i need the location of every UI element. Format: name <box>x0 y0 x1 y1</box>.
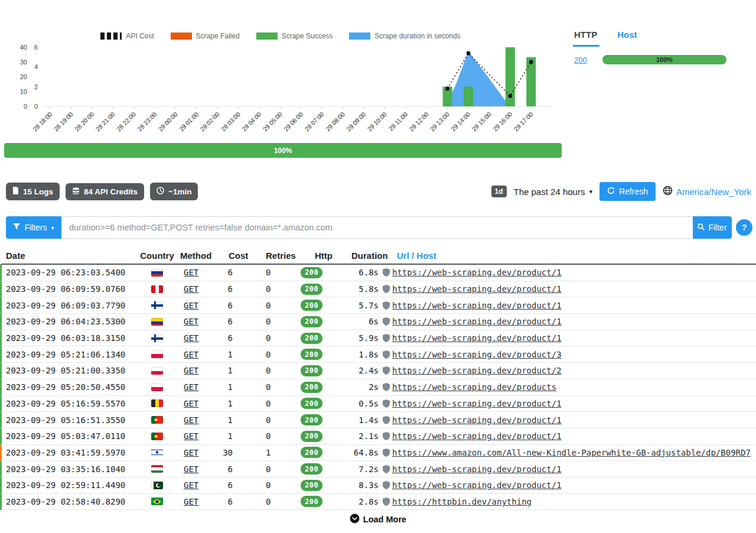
http-status-badge: 200 <box>301 300 322 311</box>
svg-text:29 12:00: 29 12:00 <box>408 110 429 132</box>
url-link[interactable]: https://web-scraping.dev/product/1 <box>392 333 562 343</box>
duration-value: 6s <box>336 317 383 326</box>
method-link[interactable]: GET <box>184 399 198 408</box>
svg-text:28 23:00: 28 23:00 <box>136 110 158 132</box>
svg-text:6: 6 <box>34 44 38 51</box>
url-link[interactable]: https://web-scraping.dev/products <box>392 382 556 392</box>
help-button[interactable]: ? <box>736 219 752 236</box>
url-link[interactable]: https://web-scraping.dev/product/1 <box>392 431 562 441</box>
url-link[interactable]: https://web-scraping.dev/product/3 <box>392 350 562 359</box>
cost-value: 1 <box>213 399 246 408</box>
filter-button-label: Filter <box>708 223 726 232</box>
url-link[interactable]: https://httpbin.dev/anything <box>392 497 532 506</box>
logs-count-badge: 15 Logs <box>6 183 60 200</box>
refresh-button[interactable]: Refresh <box>599 182 656 201</box>
svg-text:29 17:00: 29 17:00 <box>512 110 534 132</box>
success-rate-value: 100% <box>274 147 292 155</box>
country-flag <box>151 433 163 440</box>
method-link[interactable]: GET <box>184 431 198 441</box>
http-status-badge: 200 <box>301 463 322 474</box>
country-flag <box>151 498 163 505</box>
legend-item[interactable]: Scrape Failed <box>171 32 240 40</box>
refresh-label: Refresh <box>619 187 648 196</box>
url-link[interactable]: https://web-scraping.dev/product/1 <box>392 415 562 425</box>
log-date: 2023-09-29 05:20:50.4550 <box>2 382 139 392</box>
tab-http[interactable]: HTTP <box>573 30 599 47</box>
cost-value: 1 <box>213 382 246 392</box>
method-link[interactable]: GET <box>184 497 198 506</box>
time-range-dropdown[interactable]: The past 24 hours ▾ <box>514 187 592 197</box>
clock-icon <box>157 187 164 196</box>
cost-value: 6 <box>213 333 246 343</box>
log-date: 2023-09-29 06:23:03.5400 <box>2 268 139 277</box>
cost-value: 1 <box>213 431 246 441</box>
method-link[interactable]: GET <box>184 301 198 310</box>
cost-value: 6 <box>213 464 246 474</box>
url-link[interactable]: https://web-scraping.dev/product/1 <box>392 464 562 474</box>
duration-value: 2.8s <box>336 497 383 506</box>
duration-value: 1.8s <box>336 350 383 359</box>
filter-submit-button[interactable]: Filter <box>693 216 732 239</box>
method-link[interactable]: GET <box>184 415 198 425</box>
svg-text:28 21:00: 28 21:00 <box>94 110 116 132</box>
coins-icon <box>72 187 80 196</box>
method-link[interactable]: GET <box>184 284 198 294</box>
elapsed-time-label: ~1min <box>168 187 191 196</box>
table-row: 2023-09-29 06:04:23.5300 GET 6 0 200 6s … <box>0 314 756 330</box>
method-link[interactable]: GET <box>184 350 198 359</box>
url-link[interactable]: https://web-scraping.dev/product/1 <box>392 399 562 408</box>
http-status-badge: 200 <box>301 480 322 491</box>
http-status-badge: 200 <box>301 398 322 409</box>
filters-dropdown-button[interactable]: Filters ▾ <box>6 216 61 239</box>
range-badge: 1d <box>491 186 507 197</box>
url-link[interactable]: https://web-scraping.dev/product/1 <box>392 268 562 277</box>
duration-value: 1.4s <box>336 415 383 425</box>
http-status-badge: 200 <box>301 333 322 344</box>
svg-text:29 09:00: 29 09:00 <box>345 110 367 132</box>
log-date: 2023-09-29 05:16:51.3550 <box>2 415 139 425</box>
table-row: 2023-09-29 05:16:59.5570 GET 1 0 200 0.5… <box>0 396 756 412</box>
url-link[interactable]: https://web-scraping.dev/product/2 <box>392 366 562 375</box>
url-link[interactable]: https://web-scraping.dev/product/1 <box>392 284 562 294</box>
country-flag <box>151 465 163 473</box>
duration-value: 64.8s <box>336 448 383 457</box>
country-flag <box>151 482 163 489</box>
retries-value: 0 <box>246 415 301 425</box>
load-more-button[interactable]: Load More <box>0 514 756 525</box>
http-code-percent: 100% <box>656 56 673 63</box>
table-row: 2023-09-29 02:58:40.8290 GET 6 0 200 2.8… <box>0 494 756 511</box>
method-link[interactable]: GET <box>184 382 198 392</box>
cost-value: 1 <box>213 415 246 425</box>
country-flag <box>151 448 163 456</box>
url-link[interactable]: https://web-scraping.dev/product/1 <box>392 317 562 326</box>
method-link[interactable]: GET <box>184 333 198 343</box>
column-header-duration: Duration <box>336 251 383 261</box>
tab-host[interactable]: Host <box>616 30 638 47</box>
url-link[interactable]: https://www.amazon.com/All-new-Kindle-Pa… <box>392 448 751 457</box>
country-flag <box>151 367 163 375</box>
log-date: 2023-09-29 02:58:40.8290 <box>2 497 139 506</box>
shield-icon <box>383 334 390 342</box>
method-link[interactable]: GET <box>184 317 198 326</box>
legend-item[interactable]: Scrape duration in seconds <box>349 32 460 40</box>
column-header-url-host[interactable]: Url / Host <box>383 251 756 261</box>
filter-query-input[interactable] <box>61 216 693 239</box>
method-link[interactable]: GET <box>184 480 198 490</box>
logs-table: Date Country Method Cost Retries Http Du… <box>0 247 756 510</box>
legend-swatch <box>349 32 370 40</box>
method-link[interactable]: GET <box>184 366 198 375</box>
http-code-link[interactable]: 200 <box>574 56 602 64</box>
legend-item[interactable]: API Cost <box>100 32 154 40</box>
svg-text:28 19:00: 28 19:00 <box>52 110 74 132</box>
chevron-down-circle-icon <box>350 514 360 525</box>
method-link[interactable]: GET <box>184 464 198 474</box>
legend-item[interactable]: Scrape Success <box>256 32 333 40</box>
url-link[interactable]: https://web-scraping.dev/product/1 <box>392 480 562 490</box>
method-link[interactable]: GET <box>184 268 198 277</box>
svg-text:29 13:00: 29 13:00 <box>429 110 451 132</box>
duration-value: 5.7s <box>336 301 383 310</box>
url-link[interactable]: https://web-scraping.dev/product/1 <box>392 301 562 310</box>
timezone-link[interactable]: America/New_York <box>676 187 751 197</box>
method-link[interactable]: GET <box>184 448 198 457</box>
http-status-badge: 200 <box>301 382 322 393</box>
